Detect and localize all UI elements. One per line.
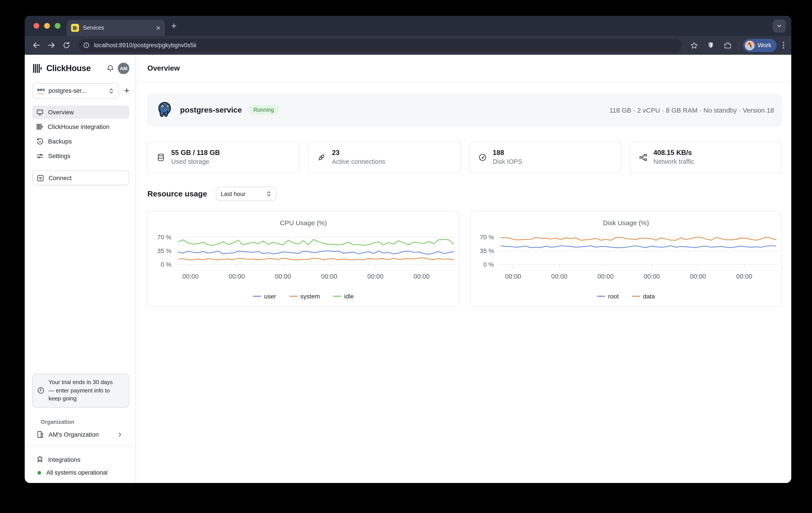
clickhouse-logo-icon [32,63,43,74]
organization-section-label: Organization [40,419,136,425]
extensions-puzzle-icon[interactable] [721,39,734,51]
service-specs: 118 GB · 2 vCPU · 8 GB RAM · No standby … [609,106,774,114]
cpu-usage-plot: 70 %35 %0 %00:0000:0000:0000:0000:0000:0… [148,228,459,294]
reload-icon[interactable] [60,39,72,51]
minimize-window-button[interactable] [44,23,50,29]
clickhouse-favicon-icon [71,24,79,32]
forward-icon[interactable] [45,39,57,51]
svg-text:00:00: 00:00 [367,273,383,280]
chart-legend: rootdata [470,293,782,300]
resource-usage-row: Resource usage Last hour [147,187,782,201]
svg-text:00:00: 00:00 [229,273,245,280]
svg-text:0 %: 0 % [483,261,494,268]
building-icon [36,430,44,438]
connect-wifi-icon [37,174,44,182]
svg-text:35 %: 35 % [157,248,171,254]
sidebar-item-label: Settings [48,152,70,160]
sidebar-bottom: Integrations All systems operational [25,447,136,483]
time-range-select[interactable]: Last hour [216,187,276,201]
stat-label: Used storage [171,158,220,166]
svg-text:00:00: 00:00 [413,273,430,280]
svg-text:00:00: 00:00 [644,273,660,280]
browser-tab[interactable]: Services ✕ [67,20,165,36]
connect-label: Connect [49,174,71,181]
service-banner: postgres-service Running 118 GB · 2 vCPU… [147,93,782,126]
plug-icon [318,153,326,162]
select-updown-icon [266,191,271,197]
chevron-right-icon [117,431,123,437]
page-title: Overview [147,64,180,73]
sidebar-item-overview[interactable]: Overview [32,106,129,119]
postgres-logo-icon [155,101,174,119]
connect-button[interactable]: Connect [32,170,129,186]
clock-icon [37,387,45,394]
trial-notice-text: Your trial ends in 30 days — enter payme… [49,378,118,403]
svg-text:00:00: 00:00 [690,273,706,280]
svg-text:00:00: 00:00 [275,273,291,280]
stat-cards: 55 GB / 118 GBUsed storage 23Active conn… [147,142,782,173]
main-panel: Overview [136,55,791,483]
disk-usage-chart: Disk Usage (%) 70 %35 %0 %00:0000:0000:0… [470,211,782,307]
window-controls[interactable] [33,23,60,29]
sidebar-item-label: Backups [48,138,72,145]
status-green-dot-icon [37,471,41,474]
sidebar-item-settings[interactable]: Settings [32,149,129,163]
profile-chip[interactable]: 🐧 Work [743,39,777,52]
stat-card-storage: 55 GB / 118 GBUsed storage [147,142,300,173]
sidebar-item-label: Overview [48,109,74,116]
sidebar-header: ClickHouse AM [32,63,129,74]
sidebar-item-clickhouse-integration[interactable]: ClickHouse integration [32,120,129,133]
sidebar-item-backups[interactable]: Backups [32,135,129,148]
zoom-window-button[interactable] [55,23,60,29]
new-tab-button[interactable]: + [171,21,177,31]
brand-name: ClickHouse [46,63,103,73]
site-info-icon[interactable] [81,40,91,50]
legend-item-system: system [289,293,320,300]
sidebar-item-label: ClickHouse integration [48,123,110,130]
svg-text:70 %: 70 % [480,234,494,240]
chart-title: CPU Usage (%) [148,219,459,226]
add-service-button[interactable]: + [124,86,129,96]
cpu-usage-chart: CPU Usage (%) 70 %35 %0 %00:0000:0000:00… [147,211,459,307]
stat-value: 188 [493,148,522,158]
stat-card-network: 408.15 KB/sNetwork traffic [630,142,782,173]
puzzle-icon [36,456,44,463]
tab-title: Services [83,25,152,31]
svg-text:00:00: 00:00 [551,273,567,280]
integrations-label: Integrations [48,456,80,463]
toolbar-right: 🐧 Work [688,39,786,52]
integrations-link[interactable]: Integrations [32,456,128,463]
bookmark-star-icon[interactable] [688,39,700,51]
back-icon[interactable] [30,39,42,51]
svg-text:0 %: 0 % [161,261,171,268]
tab-search-chevron-icon[interactable] [773,20,786,33]
organization-row[interactable]: AM's Organization [32,430,127,438]
shield-extension-icon[interactable] [704,39,717,51]
user-avatar[interactable]: AM [118,63,129,74]
tab-close-icon[interactable]: ✕ [156,25,161,31]
close-window-button[interactable] [33,23,39,29]
notifications-bell-icon[interactable] [106,64,114,73]
svg-text:00:00: 00:00 [182,273,199,280]
aws-logo-icon: aws [37,88,45,94]
organization-name: AM's Organization [49,431,99,438]
svg-text:00:00: 00:00 [505,273,521,280]
gauge-icon [478,153,487,162]
stat-label: Network traffic [654,158,694,166]
svg-text:00:00: 00:00 [736,273,752,280]
system-status-row[interactable]: All systems operational [32,469,128,476]
browser-tab-bar: Services ✕ + [25,16,791,36]
profile-avatar-penguin-icon: 🐧 [745,40,754,50]
chart-title: Disk Usage (%) [470,219,782,226]
service-selector-value: postgres-ser... [49,87,105,94]
svg-text:70 %: 70 % [157,234,171,240]
profile-name: Work [757,42,772,49]
service-selector[interactable]: aws postgres-ser... [32,83,119,98]
database-icon [157,153,165,162]
time-range-value: Last hour [221,191,266,197]
svg-text:35 %: 35 % [480,248,494,254]
service-name: postgres-service [180,105,242,115]
url-bar[interactable]: localhost:8910/postgres/pgkybgnv0s5ii [79,39,682,52]
browser-menu-icon[interactable] [781,42,786,49]
stat-label: Active connections [332,158,385,166]
